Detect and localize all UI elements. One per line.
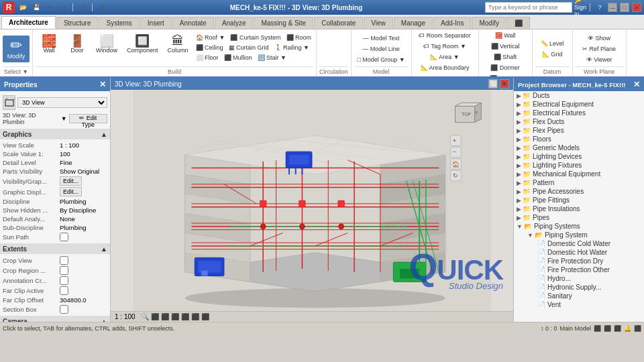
tab-addins[interactable]: Add-Ins (433, 17, 471, 29)
status-icon-5[interactable]: ⬛ (634, 325, 641, 332)
close-btn[interactable]: × (632, 3, 641, 12)
room-btn[interactable]: ⬛ Room (284, 33, 314, 42)
edit-type-btn[interactable]: ✏ Edit Type (69, 114, 107, 123)
tree-item-floors[interactable]: ▶ 📁 Floors (514, 135, 644, 143)
section-box-checkbox[interactable] (60, 305, 68, 314)
wall-opening-btn[interactable]: 🧱 Wall (488, 31, 523, 40)
qa-save[interactable]: 💾 (31, 2, 42, 13)
tree-item-pipe-fittings[interactable]: ▶ 📁 Pipe Fittings (514, 196, 644, 204)
tree-item-domestic-cold[interactable]: 📄 Domestic Cold Water (514, 239, 644, 248)
ref-plane-btn[interactable]: ✂ Ref Plane (580, 44, 618, 54)
type-dropdown[interactable]: 3D View (17, 97, 107, 108)
wall-btn[interactable]: 🧱 Wall (36, 32, 62, 56)
tree-item-fire-dry[interactable]: 📄 Fire Protection Dry (514, 257, 644, 265)
view-icon-4[interactable]: ⬛ (171, 313, 179, 320)
column-btn[interactable]: 🏛 Column (164, 32, 193, 56)
mullion-btn[interactable]: ⬛ Mullion (222, 53, 254, 62)
status-icon-1[interactable]: ⬛ (594, 325, 601, 332)
tree-item-flex-ducts[interactable]: ▶ 📁 Flex Ducts (514, 117, 644, 126)
tab-structure[interactable]: Structure (56, 17, 99, 29)
tree-item-piping-systems[interactable]: ▼ 📂 Piping Systems (514, 222, 644, 231)
modify-btn[interactable]: ✏ Modify (3, 36, 30, 62)
qa-print[interactable]: 🖨 (77, 2, 88, 13)
tree-item-domestic-hot[interactable]: 📄 Domestic Hot Water (514, 248, 644, 257)
search-input[interactable] (485, 2, 572, 13)
tree-item-vent[interactable]: 📄 Vent (514, 300, 644, 309)
extents-section-title[interactable]: Extents ▲ (0, 244, 110, 254)
tree-item-hydronic-supply[interactable]: 📄 Hydronic Supply... (514, 283, 644, 292)
status-icon-4[interactable]: 🔔 (624, 325, 631, 332)
tree-item-electrical-equip[interactable]: ▶ 📁 Electrical Equipment (514, 100, 644, 109)
view-icon-3[interactable]: ⬛ (161, 313, 169, 320)
model-group-btn[interactable]: □ Model Group ▼ (355, 55, 407, 64)
tab-architecture[interactable]: Architecture (1, 16, 56, 29)
graphics-section-title[interactable]: Graphics ▲ (0, 129, 110, 139)
floor-btn[interactable]: ⬜ Floor (194, 53, 221, 62)
camera-section-title[interactable]: Camera ▲ (0, 316, 110, 322)
tree-item-lighting-fixtures[interactable]: ▶ 📁 Lighting Fixtures (514, 161, 644, 170)
tree-item-mech-equip[interactable]: ▶ 📁 Mechanical Equipment (514, 170, 644, 178)
tree-item-flex-pipes[interactable]: ▶ 📁 Flex Pipes (514, 126, 644, 135)
tree-item-pipe-acc[interactable]: ▶ 📁 Pipe Accessories (514, 187, 644, 196)
tab-manage[interactable]: Manage (394, 17, 433, 29)
roof-btn[interactable]: 🏠 Roof ▼ (194, 33, 227, 42)
minimize-btn[interactable]: — (608, 3, 617, 12)
annotation-cr-checkbox[interactable] (60, 276, 68, 285)
tab-systems[interactable]: Systems (99, 17, 139, 29)
3d-view-content[interactable]: TOP R + − 🏠 ↻ QUICK (111, 90, 513, 311)
curtain-grid-btn[interactable]: ▦ Curtain Grid (227, 43, 271, 52)
model-line-btn[interactable]: — Model Line (355, 44, 407, 54)
crop-region-checkbox[interactable] (60, 266, 68, 275)
view-unpin-btn[interactable]: ⬜ (488, 79, 498, 88)
tree-item-pattern[interactable]: ▶ 📁 Pattern (514, 178, 644, 187)
window-btn[interactable]: ⬜ Window (92, 32, 121, 56)
tree-item-generic-models[interactable]: ▶ 📁 Generic Models (514, 143, 644, 152)
tree-item-pipe-insul[interactable]: ▶ 📁 Pipe Insulations (514, 204, 644, 213)
curtain-system-btn[interactable]: ⬛ Curtain System (228, 33, 282, 42)
visibility-edit-btn[interactable]: Edit... (60, 176, 82, 186)
component-btn[interactable]: 🔲 Component (123, 32, 162, 56)
view-icon-2[interactable]: ⬛ (151, 313, 159, 320)
view-close-btn[interactable]: ✕ (500, 79, 509, 88)
dormer-btn[interactable]: ⬛ Dormer (488, 63, 523, 72)
shaft-btn[interactable]: ⬛ Shaft (488, 52, 523, 62)
qa-redo[interactable]: ↪ (58, 2, 68, 13)
area-boundary-btn[interactable]: 📐 Area Boundary (417, 63, 473, 72)
project-browser-close-btn[interactable]: ✕ (633, 80, 640, 89)
tab-modify[interactable]: Modify (472, 17, 506, 29)
graphic-displ-edit-btn[interactable]: Edit... (60, 187, 82, 196)
room-separator-btn[interactable]: 🏷 Room Separator (417, 31, 473, 40)
model-text-btn[interactable]: — Model Text (355, 34, 407, 43)
tab-view[interactable]: View (364, 17, 393, 29)
tree-item-sanitary[interactable]: 📄 Sanitary (514, 292, 644, 300)
stair-btn[interactable]: 🔢 Stair ▼ (256, 53, 288, 62)
properties-close-btn[interactable]: ✕ (99, 80, 106, 89)
tab-extra[interactable]: ⬛ (507, 17, 530, 29)
tab-annotate[interactable]: Annotate (172, 17, 214, 29)
vertical-btn[interactable]: ⬛ Vertical (488, 42, 523, 51)
level-btn[interactable]: 📏 Level (539, 39, 566, 48)
tree-item-pipes[interactable]: ▶ 📁 Pipes (514, 213, 644, 222)
far-clip-active-checkbox[interactable] (60, 286, 68, 295)
grid-btn[interactable]: 📐 Grid (539, 50, 566, 59)
view-icon-1[interactable]: 🔍 (141, 313, 149, 320)
tab-collaborate[interactable]: Collaborate (314, 17, 363, 29)
help-btn[interactable]: ? (594, 2, 605, 13)
tab-insert[interactable]: Insert (140, 17, 172, 29)
view-icon-5[interactable]: ⬛ (181, 313, 189, 320)
qa-undo[interactable]: ↩ (44, 2, 55, 13)
status-icon-2[interactable]: ⬛ (604, 325, 611, 332)
tree-item-ducts[interactable]: ▶ 📁 Ducts (514, 91, 644, 100)
show-btn[interactable]: 👁 Show (580, 34, 618, 43)
maximize-btn[interactable]: □ (620, 3, 629, 12)
ceiling-btn[interactable]: ⬛ Ceiling (194, 43, 225, 52)
tree-item-lighting-devices[interactable]: ▶ 📁 Lighting Devices (514, 152, 644, 161)
view-name-dropdown[interactable]: ▼ (61, 115, 67, 122)
tree-item-electrical-fixtures[interactable]: ▶ 📁 Electrical Fixtures (514, 109, 644, 117)
tree-item-fire-other[interactable]: 📄 Fire Protection Other (514, 265, 644, 274)
tree-item-piping-system[interactable]: ▼ 📂 Piping System (514, 231, 644, 239)
revit-logo[interactable]: R (3, 1, 15, 13)
area-btn[interactable]: 📐 Area ▼ (417, 52, 473, 62)
viewer-btn[interactable]: 👁 Viewer (580, 55, 618, 64)
qa-open[interactable]: 📂 (17, 2, 28, 13)
